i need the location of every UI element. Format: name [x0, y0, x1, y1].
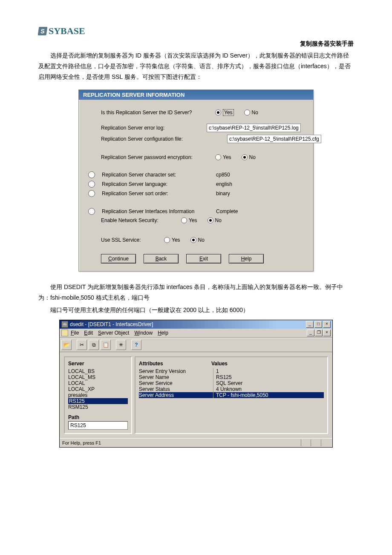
- menu-help[interactable]: Help: [158, 330, 168, 336]
- language-value: english: [216, 181, 250, 187]
- cut-icon[interactable]: ✂: [77, 340, 87, 350]
- mdi-minimize-icon[interactable]: _: [307, 330, 314, 336]
- list-item[interactable]: presales: [68, 392, 128, 398]
- intro-paragraph: 选择是否此新增的复制服务器为 ID 服务器（首次安装应该选择为 ID Serve…: [38, 50, 354, 83]
- radio-icon: [190, 237, 196, 243]
- pwd-enc-no[interactable]: No: [242, 154, 256, 160]
- back-button[interactable]: Back: [144, 254, 179, 263]
- list-item[interactable]: LOCAL_XP: [68, 386, 128, 392]
- radio-icon: [242, 154, 248, 160]
- menu-edit[interactable]: Edit: [84, 330, 93, 336]
- server-label: Server: [68, 361, 128, 367]
- ssl-no[interactable]: No: [190, 237, 205, 243]
- continue-button[interactable]: Continue: [101, 254, 136, 263]
- window-titlebar: ds dsedit - [DSEDIT1 - InterfacesDriver]…: [60, 320, 332, 329]
- sort-order-radio[interactable]: [88, 190, 95, 197]
- charset-radio[interactable]: [88, 171, 95, 178]
- netsec-yes[interactable]: Yes: [181, 217, 197, 223]
- config-file-label: Replication Server configuration file:: [101, 136, 203, 142]
- ssl-yes[interactable]: Yes: [164, 237, 180, 243]
- radio-icon: [181, 217, 187, 223]
- resize-grip-icon: [300, 439, 330, 446]
- document-title: 复制服务器安装手册: [38, 40, 354, 48]
- table-row[interactable]: Server ServiceSQL Server: [139, 380, 324, 386]
- path-label: Path: [68, 414, 128, 420]
- list-item[interactable]: LOCAL_MS: [68, 374, 128, 380]
- menu-file[interactable]: FFileile: [71, 330, 79, 336]
- radio-icon: [215, 154, 221, 160]
- mdi-close-icon[interactable]: ×: [323, 330, 331, 336]
- status-bar: For Help, press F1: [60, 438, 332, 447]
- open-icon[interactable]: 📂: [61, 340, 72, 350]
- charset-value: cp850: [216, 172, 250, 178]
- help-icon[interactable]: ?: [131, 340, 141, 350]
- ping-icon[interactable]: ✳: [116, 340, 126, 350]
- attributes-header: Attributes: [139, 361, 211, 367]
- attributes-box: Attributes Values Server Entry Version1 …: [135, 356, 328, 434]
- status-text: For Help, press F1: [62, 440, 101, 445]
- yes-label: Yes: [223, 109, 234, 116]
- no-label: No: [249, 154, 256, 160]
- mdi-icon: [61, 330, 68, 336]
- paragraph-2: 使用 DSEDIT 为此新增复制服务器先行添加 interfaces 条目，名称…: [38, 282, 354, 303]
- language-label: Replication Server language:: [102, 181, 213, 187]
- network-security-label: Enable Network Security:: [101, 217, 178, 223]
- logo: S SYBASE: [38, 26, 354, 37]
- maximize-icon[interactable]: □: [314, 321, 322, 328]
- no-label: No: [252, 110, 258, 116]
- pwd-enc-yes[interactable]: Yes: [215, 154, 231, 160]
- ssl-service-label: Use SSL Service:: [101, 237, 161, 243]
- menu-window[interactable]: Window: [134, 330, 153, 336]
- radio-icon: [208, 217, 213, 223]
- config-file-input[interactable]: c:\sybase\REP-12_5\install\REP125.cfg: [227, 135, 321, 143]
- list-item[interactable]: LOCAL: [68, 380, 128, 386]
- id-server-no[interactable]: No: [244, 110, 258, 116]
- netsec-no[interactable]: No: [208, 217, 222, 223]
- list-item[interactable]: LOCAL_BS: [68, 368, 128, 374]
- copy-icon[interactable]: ⧉: [89, 340, 99, 350]
- app-icon: ds: [61, 321, 68, 328]
- password-encryption-label: Replication Server password encryption:: [101, 154, 212, 160]
- paste-icon[interactable]: 📋: [101, 340, 111, 350]
- id-server-yes[interactable]: Yes: [215, 109, 234, 116]
- yes-label: Yes: [189, 217, 197, 223]
- list-item-selected[interactable]: RS125: [68, 398, 128, 404]
- interfaces-value: Complete: [216, 208, 250, 214]
- table-row-selected[interactable]: Server AddressTCP - fshi-mobile,5050: [139, 392, 324, 398]
- language-radio[interactable]: [88, 181, 95, 188]
- mdi-restore-icon[interactable]: ❐: [315, 330, 323, 336]
- charset-label: Replication Server character set:: [102, 172, 213, 178]
- window-title: dsedit - [DSEDIT1 - InterfacesDriver]: [70, 321, 153, 327]
- table-row[interactable]: Server NameRS125: [139, 374, 324, 380]
- table-row[interactable]: Server Status4 Unknown: [139, 386, 324, 392]
- exit-button[interactable]: Exit: [186, 254, 221, 263]
- no-label: No: [215, 217, 222, 223]
- sort-order-value: binary: [216, 191, 250, 197]
- list-item[interactable]: RSM125: [68, 404, 128, 410]
- error-log-input[interactable]: c:\sybase\REP-12_5\install\REP125.log: [207, 124, 301, 132]
- table-row[interactable]: Server Entry Version1: [139, 368, 324, 374]
- minimize-icon[interactable]: _: [306, 321, 314, 328]
- panel-title: REPLICATION SERVER INFORMATION: [79, 90, 313, 100]
- radio-icon: [164, 237, 170, 243]
- yes-label: Yes: [172, 237, 180, 243]
- error-log-label: Replication Server error log:: [101, 125, 203, 131]
- replication-server-panel: REPLICATION SERVER INFORMATION Is this R…: [78, 90, 314, 272]
- server-list-box: Server LOCAL_BS LOCAL_MS LOCAL LOCAL_XP …: [64, 356, 132, 434]
- no-label: No: [198, 237, 205, 243]
- radio-icon: [215, 110, 221, 116]
- paragraph-3: 端口号可使用主机未使用的任何端口（一般建议在 2000 以上，比如 6000）: [38, 305, 354, 315]
- toolbar: 📂 ✂ ⧉ 📋 ✳ ?: [60, 338, 332, 352]
- yes-label: Yes: [223, 154, 231, 160]
- values-header: Values: [211, 361, 228, 367]
- interfaces-label: Replication Server Interfaces Informatio…: [102, 208, 213, 214]
- menu-server-object[interactable]: Server Object: [98, 330, 129, 336]
- close-icon[interactable]: ×: [323, 321, 331, 328]
- path-value: RS125: [68, 421, 128, 430]
- logo-icon: S: [38, 27, 48, 35]
- logo-text: SYBASE: [49, 26, 85, 37]
- help-button[interactable]: Help: [229, 254, 264, 263]
- interfaces-radio[interactable]: [88, 208, 95, 215]
- radio-icon: [244, 110, 250, 116]
- dsedit-window: ds dsedit - [DSEDIT1 - InterfacesDriver]…: [59, 320, 333, 448]
